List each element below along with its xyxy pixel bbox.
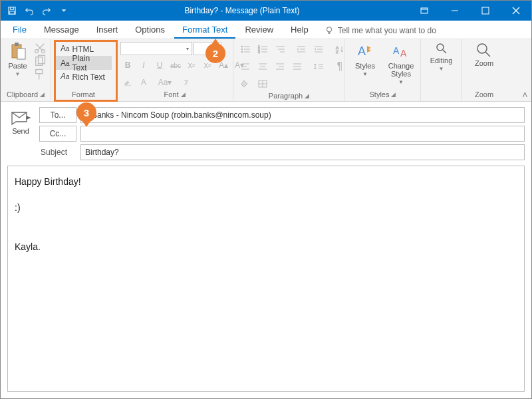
tab-format-text[interactable]: Format Text [174,21,235,39]
format-rich-text-button[interactable]: AaRich Text [55,70,110,84]
cc-field[interactable] [80,126,525,142]
subject-field[interactable]: Birthday? [80,144,525,160]
tab-review[interactable]: Review [237,21,281,39]
tab-file[interactable]: File [5,21,35,39]
maximize-icon[interactable] [470,1,501,21]
multilevel-list-button[interactable] [272,42,288,57]
paste-button[interactable]: Paste ▼ [5,42,31,77]
to-field[interactable]: n Banks - Nincom Soup (robin.banks@ninco… [80,107,525,123]
send-button[interactable]: Send [11,110,31,135]
group-font: ▾ ▾ B I U abc x2 x2 A▴ A▾ A Aa▾ [116,39,233,101]
svg-rect-2 [10,11,15,14]
shading-button[interactable] [237,76,253,91]
svg-rect-5 [482,7,489,14]
highlight-color-button[interactable] [120,75,135,90]
tab-message[interactable]: Message [36,21,87,39]
copy-icon[interactable] [33,55,47,67]
svg-rect-11 [17,49,25,59]
decrease-indent-button[interactable] [293,42,309,57]
grow-font-button[interactable]: A▴ [216,58,231,72]
svg-text:A: A [400,48,407,59]
clipboard-launcher-icon[interactable]: ◢ [40,91,45,98]
ribbon: Paste ▼ Clipboard◢ AaHTML AaPlain Text A… [1,39,531,102]
svg-point-62 [437,44,444,51]
change-styles-icon: AA [392,42,410,61]
paragraph-launcher-icon[interactable]: ◢ [305,92,309,99]
svg-rect-1 [10,7,13,10]
tab-insert[interactable]: Insert [88,21,126,39]
group-label-format: Format [72,90,95,98]
tell-me-search[interactable]: Tell me what you want to do [318,23,443,39]
group-label-zoom: Zoom [475,90,493,98]
change-case-button[interactable]: Aa▾ [158,75,172,90]
numbering-button[interactable]: 123 [255,42,271,57]
to-button[interactable]: To... [39,107,76,123]
subscript-button[interactable]: x2 [184,58,199,72]
subject-label: Subject [39,144,76,160]
justify-button[interactable] [289,59,305,74]
cut-icon[interactable] [33,42,47,54]
format-painter-icon[interactable] [33,68,47,80]
svg-rect-3 [421,8,428,13]
minimize-icon[interactable] [440,1,470,21]
svg-point-22 [241,51,243,53]
group-label-clipboard: Clipboard [7,90,38,98]
find-icon [435,42,448,55]
align-center-button[interactable] [255,59,271,74]
font-family-select[interactable]: ▾ [120,42,192,55]
underline-button[interactable]: U [152,58,167,72]
font-launcher-icon[interactable]: ◢ [181,91,186,98]
window-title: Birthday? - Message (Plain Text) [75,6,409,15]
save-icon[interactable] [5,3,19,18]
format-plain-text-button[interactable]: AaPlain Text [55,56,112,70]
group-format: AaHTML AaPlain Text AaRich Text Format [51,39,116,101]
zoom-button[interactable]: Zoom [468,42,500,67]
group-styles: A Styles▼ AA Change Styles▼ Styles◢ [345,39,421,101]
align-left-button[interactable] [237,59,253,74]
borders-button[interactable] [255,76,271,91]
strikethrough-button[interactable]: abc [168,58,183,72]
cc-button[interactable]: Cc... [39,126,76,142]
svg-text:A: A [358,45,366,58]
svg-rect-16 [36,70,43,74]
message-body[interactable]: Happy Birthday! :) Kayla. [7,166,525,392]
tab-options[interactable]: Options [127,21,173,39]
lightbulb-icon [325,26,334,35]
ribbon-display-icon[interactable] [409,1,440,21]
svg-text:3: 3 [258,50,260,54]
title-bar: Birthday? - Message (Plain Text) [1,1,531,21]
collapse-ribbon-icon[interactable]: ᐱ [523,91,527,98]
styles-button[interactable]: A Styles▼ [349,42,381,85]
quick-access-toolbar [1,3,75,18]
styles-icon: A [356,42,374,61]
qat-more-icon[interactable] [57,3,71,18]
font-size-select[interactable]: ▾ [194,42,221,55]
svg-point-18 [241,46,243,47]
editing-button[interactable]: Editing ▼ [425,42,458,72]
group-label-paragraph: Paragraph [269,92,303,100]
window-controls [409,1,531,21]
align-right-button[interactable] [272,59,288,74]
styles-launcher-icon[interactable]: ◢ [391,91,396,98]
line-spacing-button[interactable] [311,59,327,74]
close-icon[interactable] [501,1,531,21]
group-label-font: Font [164,90,178,98]
send-icon [11,110,31,126]
clear-formatting-button[interactable] [179,75,194,90]
svg-rect-10 [15,43,19,46]
tell-me-placeholder: Tell me what you want to do [338,26,436,35]
increase-indent-button[interactable] [311,42,327,57]
svg-point-63 [477,44,487,53]
svg-text:A: A [393,45,400,56]
italic-button[interactable]: I [136,58,151,72]
redo-icon[interactable] [39,3,54,18]
group-paragraph: 123 AZ ¶ Parag [233,39,345,101]
tab-help[interactable]: Help [283,21,317,39]
undo-icon[interactable] [22,3,37,18]
font-color-button[interactable]: A [136,75,151,90]
bullets-button[interactable] [237,42,253,57]
ribbon-tabs: File Message Insert Options Format Text … [1,21,531,39]
change-styles-button[interactable]: AA Change Styles▼ [385,42,417,85]
superscript-button[interactable]: x2 [200,58,215,72]
bold-button[interactable]: B [120,58,135,72]
